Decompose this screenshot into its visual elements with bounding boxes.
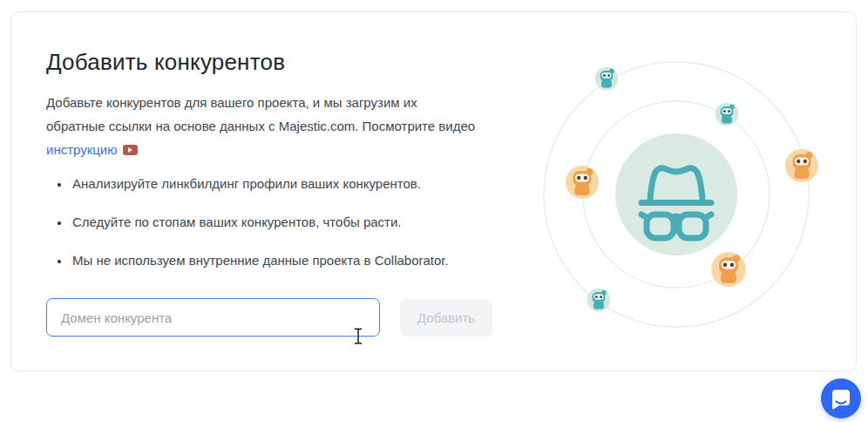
video-instruction-link[interactable]: инструкцию [46, 142, 118, 157]
description-line-1: Добавьте конкурентов для вашего проекта,… [46, 91, 475, 114]
incognito-icon [615, 133, 737, 255]
description-text: Добавьте конкурентов для вашего проекта,… [46, 91, 475, 161]
description-line-2: обратные ссылки на основе данных с Majes… [46, 114, 475, 138]
competitors-orbit-illustration [511, 29, 842, 360]
add-competitors-card: Добавить конкурентов Добавьте конкуренто… [10, 11, 857, 371]
chat-launcher-button[interactable] [821, 378, 861, 419]
robot-teal-icon [715, 103, 739, 126]
benefits-list: Анализируйте линкбилдинг профили ваших к… [71, 174, 449, 289]
chat-bubble-icon [830, 387, 852, 410]
list-item: Мы не используем внутренние данные проек… [71, 251, 449, 269]
page-title: Добавить конкурентов [46, 49, 285, 76]
robot-teal-icon [595, 67, 619, 91]
robot-teal-icon [587, 289, 611, 312]
robot-orange-icon [785, 149, 818, 182]
list-item: Анализируйте линкбилдинг профили ваших к… [71, 174, 449, 193]
competitor-domain-input[interactable] [46, 298, 380, 337]
add-competitor-button[interactable]: Добавить [400, 299, 492, 337]
add-competitor-form: Добавить [46, 298, 492, 337]
robot-orange-icon [566, 166, 599, 199]
robot-orange-icon [711, 252, 746, 287]
description-line-3: инструкцию [46, 138, 475, 161]
list-item: Следуйте по стопам ваших конкурентов, чт… [71, 213, 449, 231]
youtube-play-icon[interactable] [123, 145, 138, 155]
